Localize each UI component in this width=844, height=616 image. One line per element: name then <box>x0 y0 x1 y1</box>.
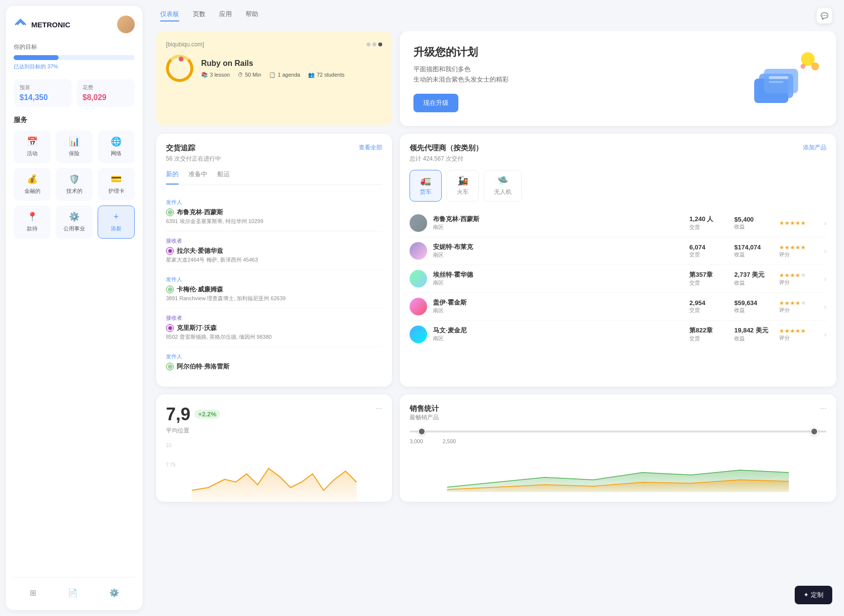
dealer-subtitle: 总计 424,567 次交付 <box>410 155 826 163</box>
clock-icon: ⏱ <box>238 72 243 78</box>
course-url-dots <box>367 42 382 46</box>
customize-button[interactable]: ✦ 定制 <box>795 586 832 604</box>
nav-dashboard[interactable]: 仪表板 <box>160 10 179 21</box>
dealer-trans-4: 2,954 <box>689 299 728 307</box>
main-area: 仪表板 页数 应用 帮助 💬 [biqubiqu.com] <box>148 0 844 616</box>
dealer-add-btn[interactable]: 添加产品 <box>803 144 826 152</box>
dealer-rev-5: 19,842 美元 <box>734 326 773 335</box>
utilities-label: 公用事业 <box>63 225 85 232</box>
service-item-hospitality[interactable]: 📍 款待 <box>14 205 51 239</box>
illustration-svg <box>744 49 823 108</box>
nav-pages[interactable]: 页数 <box>193 10 206 21</box>
service-item-insurance[interactable]: 📊 保险 <box>56 130 93 163</box>
tab-preparing[interactable]: 准备中 <box>188 170 207 185</box>
stars-4: ★★★★ <box>779 300 801 307</box>
activity-icon: 📅 <box>27 136 38 147</box>
lessons-icon: 📚 <box>201 72 208 78</box>
layers-icon[interactable]: ⊞ <box>27 585 39 600</box>
sales-more-icon[interactable]: ··· <box>820 404 826 413</box>
service-item-finance[interactable]: 💰 金融的 <box>14 168 51 201</box>
course-meta: 📚 3 lesson ⏱ 50 Min 📋 1 agenda <box>201 72 345 78</box>
dealer-tab-drone[interactable]: 🛸 无人机 <box>484 170 522 202</box>
dealer-trans-label-5: 交货 <box>689 335 728 342</box>
course-ring <box>166 55 193 82</box>
duration-text: 50 Min <box>245 72 261 78</box>
dealer-arrow-3[interactable]: › <box>824 275 826 283</box>
document-icon[interactable]: 📄 <box>65 585 81 600</box>
dealer-tab-train[interactable]: 🚂 火车 <box>447 170 479 202</box>
dealer-avatar-2 <box>410 242 427 260</box>
dealer-region-4: 南区 <box>433 307 683 314</box>
upgrade-button[interactable]: 现在升级 <box>413 94 458 112</box>
upgrade-desc: 平面描图和我们多色 生动的未混合紫色头发女士的精彩 <box>413 64 509 85</box>
course-title: Ruby on Rails <box>201 59 345 68</box>
insurance-label: 保险 <box>69 150 80 157</box>
dealer-arrow-4[interactable]: › <box>824 303 826 310</box>
slider-handle-left[interactable] <box>418 428 426 435</box>
tab-shipping[interactable]: 船运 <box>217 170 230 185</box>
tab-new[interactable]: 新的 <box>166 170 179 185</box>
course-url-bar: [biqubiqu.com] <box>166 41 382 48</box>
dealer-trans-1: 1,240 人 <box>689 215 728 224</box>
dealer-avatar-1 <box>410 214 427 232</box>
dot-3 <box>378 42 382 46</box>
train-label: 火车 <box>457 188 469 196</box>
goal-section: 你的目标 已达到目标的 37% <box>14 43 135 70</box>
upgrade-illustration <box>744 49 823 108</box>
service-item-network[interactable]: 🌐 网络 <box>98 130 135 163</box>
chat-button[interactable]: 💬 <box>817 8 832 23</box>
dealer-header: 领先代理商（按类别） 添加产品 <box>410 144 826 153</box>
slider-handle-right[interactable] <box>810 428 818 435</box>
tracking-view-all[interactable]: 查看全部 <box>359 144 382 152</box>
rating-label-5: 评分 <box>779 334 818 342</box>
sales-header: 销售统计 最畅销产品 ··· <box>410 404 826 429</box>
dealer-arrow-2[interactable]: › <box>824 247 826 255</box>
course-main: Ruby on Rails 📚 3 lesson ⏱ 50 Min <box>166 55 382 82</box>
nav-help[interactable]: 帮助 <box>246 10 258 21</box>
item1-type: 发件人 <box>166 199 382 206</box>
dealer-trans-label-3: 交货 <box>689 279 728 287</box>
tracking-list: 发件人 ◎ 布鲁克林·西蒙斯 6391 埃尔金圣塞莱斯蒂, 特拉华州 10299… <box>166 193 382 377</box>
dealer-name-5: 马文·麦金尼 <box>433 326 683 335</box>
tracking-item-1: 发件人 ◎ 布鲁克林·西蒙斯 6391 埃尔金圣塞莱斯蒂, 特拉华州 10299 <box>166 193 382 231</box>
truck-icon: 🚛 <box>420 175 431 186</box>
service-item-tech[interactable]: 🛡️ 技术的 <box>56 168 93 201</box>
dealer-row-1: 布鲁克林·西蒙斯 南区 1,240 人 交货 $5,400 收益 ★★★★★ <box>410 209 826 237</box>
expense-value: $8,029 <box>82 93 129 102</box>
service-item-activity[interactable]: 📅 活动 <box>14 130 51 163</box>
service-item-utilities[interactable]: ⚙️ 公用事业 <box>56 205 93 239</box>
stats-label: 平均位置 <box>166 427 220 435</box>
sales-title: 销售统计 <box>410 404 439 413</box>
expense-label: 花费 <box>82 84 129 91</box>
user-avatar[interactable] <box>117 16 135 33</box>
dealer-rev-label-2: 收益 <box>734 251 773 258</box>
dealer-arrow-1[interactable]: › <box>824 219 826 227</box>
svg-point-5 <box>801 64 805 69</box>
chart-label-775: 7.75 <box>166 462 175 468</box>
progress-bar-bg <box>14 55 135 60</box>
stats-chart-area: 10 7.75 <box>166 443 382 492</box>
nav-apps[interactable]: 应用 <box>219 10 232 21</box>
upgrade-title: 升级您的计划 <box>413 45 509 60</box>
budget-label: 预算 <box>20 84 66 91</box>
course-card: [biqubiqu.com] Ruby on Rails <box>156 31 392 126</box>
stats-more-icon[interactable]: ··· <box>376 404 382 413</box>
rating-label-4: 评分 <box>779 307 818 314</box>
dealer-stat-1: 1,240 人 交货 <box>689 215 728 231</box>
service-item-add[interactable]: + 添新 <box>98 205 135 239</box>
service-item-card[interactable]: 💳 护理卡 <box>98 168 135 201</box>
dealer-tab-truck[interactable]: 🚛 货车 <box>410 170 442 202</box>
add-icon: + <box>114 212 119 222</box>
dealer-money-3: 2,737 美元 收益 <box>734 270 773 287</box>
tracking-item-5: 发件人 ◎ 阿尔伯特·弗洛雷斯 <box>166 347 382 377</box>
area-chart-svg <box>410 448 826 492</box>
stats-number: 7,9 +2.2% <box>166 404 220 425</box>
item3-type: 发件人 <box>166 276 382 283</box>
dealer-trans-label-1: 交货 <box>689 224 728 231</box>
activity-label: 活动 <box>27 150 38 157</box>
item1-name: ◎ 布鲁克林·西蒙斯 <box>166 208 382 217</box>
lessons-meta: 📚 3 lesson <box>201 72 230 78</box>
settings-icon[interactable]: ⚙️ <box>106 585 122 600</box>
dealer-rating-2: ★★★★★ 评分 <box>779 244 818 258</box>
dealer-arrow-5[interactable]: › <box>824 330 826 338</box>
